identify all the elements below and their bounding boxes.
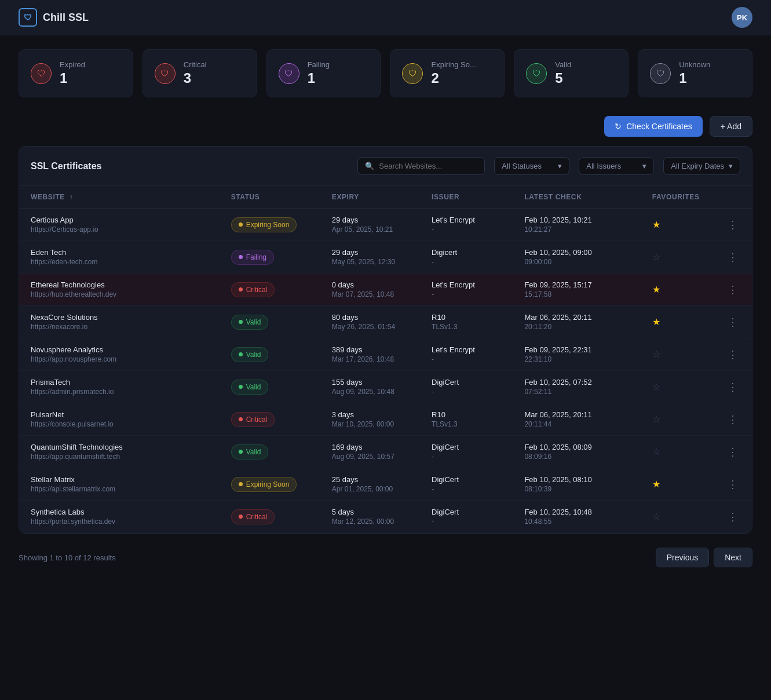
row-menu-button[interactable]: ⋮	[725, 380, 740, 395]
expiry-filter[interactable]: All Expiry Dates ▾	[663, 157, 740, 175]
status-dot	[239, 255, 243, 259]
unknown-value: 1	[679, 70, 710, 86]
stat-card-failing[interactable]: 🛡 Failing 1	[266, 49, 381, 97]
website-name: QuantumShift Technologies	[31, 443, 208, 451]
latest-time: 09:00:00	[524, 258, 629, 266]
expiry-days: 389 days	[332, 345, 408, 354]
cell-menu: ⋮	[714, 306, 752, 338]
expiry-days: 169 days	[332, 443, 408, 451]
favourite-star-button[interactable]: ☆	[652, 446, 660, 457]
expiry-date: Mar 17, 2026, 10:48	[332, 355, 408, 363]
latest-time: 22:31:10	[524, 355, 629, 363]
critical-icon: 🛡	[155, 63, 176, 84]
chevron-down-icon: ▾	[558, 162, 562, 170]
search-input[interactable]	[379, 162, 477, 170]
favourite-star-button[interactable]: ★	[652, 284, 660, 295]
row-menu-button[interactable]: ⋮	[725, 282, 740, 297]
col-status: STATUS	[220, 186, 320, 209]
cell-latest-check: Feb 09, 2025, 22:31 22:31:10	[513, 338, 640, 371]
status-filter[interactable]: All Statuses ▾	[494, 157, 569, 175]
expiring-value: 2	[431, 70, 476, 86]
issuer-name: Let's Encrypt	[432, 280, 501, 289]
table-row: PulsarNet https://console.pulsarnet.io C…	[19, 403, 752, 436]
table-row: Novusphere Analytics https://app.novusph…	[19, 338, 752, 371]
website-name: PulsarNet	[31, 410, 208, 419]
cell-status: Expiring Soon	[220, 209, 320, 241]
add-button[interactable]: + Add	[710, 116, 752, 137]
favourite-star-button[interactable]: ☆	[652, 251, 660, 262]
status-badge: Valid	[231, 444, 269, 460]
latest-time: 20:11:44	[524, 420, 629, 428]
critical-label: Critical	[184, 60, 207, 69]
status-badge: Critical	[231, 509, 275, 524]
status-dot	[239, 352, 243, 356]
issuer-sub: TLSv1.3	[432, 420, 501, 428]
status-dot	[239, 482, 243, 486]
check-certificates-button[interactable]: ↻ Check Certificates	[604, 116, 703, 137]
expiring-info: Expiring So... 2	[431, 60, 476, 86]
issuer-sub: -	[432, 258, 501, 266]
expiry-date: Mar 07, 2025, 10:48	[332, 290, 408, 298]
favourite-star-button[interactable]: ☆	[652, 414, 660, 425]
favourite-star-button[interactable]: ☆	[652, 349, 660, 360]
stat-card-expiring[interactable]: 🛡 Expiring So... 2	[390, 49, 505, 97]
favourite-star-button[interactable]: ☆	[652, 511, 660, 522]
row-menu-button[interactable]: ⋮	[725, 509, 740, 524]
row-menu-button[interactable]: ⋮	[725, 477, 740, 492]
latest-date: Feb 10, 2025, 09:00	[524, 248, 629, 257]
cell-menu: ⋮	[714, 436, 752, 468]
col-actions	[714, 186, 752, 209]
stat-card-expired[interactable]: 🛡 Expired 1	[19, 49, 133, 97]
row-menu-button[interactable]: ⋮	[725, 444, 740, 460]
cell-issuer: DigiCert -	[420, 501, 513, 533]
row-menu-button[interactable]: ⋮	[725, 347, 740, 362]
favourite-star-button[interactable]: ★	[652, 316, 660, 327]
valid-value: 5	[555, 70, 571, 86]
cell-menu: ⋮	[714, 338, 752, 371]
status-badge: Critical	[231, 282, 275, 297]
cell-favourites: ★	[641, 468, 714, 501]
website-name: Novusphere Analytics	[31, 345, 208, 354]
issuer-sub: TLSv1.3	[432, 323, 501, 331]
favourite-star-button[interactable]: ☆	[652, 381, 660, 392]
row-menu-button[interactable]: ⋮	[725, 315, 740, 330]
search-icon: 🔍	[365, 162, 374, 170]
issuer-name: Let's Encrypt	[432, 216, 501, 224]
stat-card-valid[interactable]: 🛡 Valid 5	[514, 49, 629, 97]
avatar[interactable]: PK	[732, 7, 752, 28]
expiry-date: Mar 12, 2025, 00:00	[332, 517, 408, 526]
cell-issuer: Digicert -	[420, 241, 513, 274]
col-website[interactable]: WEBSITE ↑	[19, 186, 220, 209]
cell-status: Critical	[220, 274, 320, 306]
row-menu-button[interactable]: ⋮	[725, 217, 740, 232]
expiry-date: Aug 09, 2025, 10:57	[332, 453, 408, 461]
stat-card-critical[interactable]: 🛡 Critical 3	[142, 49, 257, 97]
cell-expiry: 169 days Aug 09, 2025, 10:57	[320, 436, 420, 468]
favourite-star-button[interactable]: ★	[652, 479, 660, 490]
status-filter-label: All Statuses	[502, 162, 542, 170]
cell-menu: ⋮	[714, 501, 752, 533]
website-name: Certicus App	[31, 216, 208, 224]
previous-button[interactable]: Previous	[656, 548, 709, 567]
expiry-days: 155 days	[332, 378, 408, 387]
next-button[interactable]: Next	[714, 548, 752, 567]
row-menu-button[interactable]: ⋮	[725, 250, 740, 265]
cell-expiry: 80 days May 26, 2025, 01:54	[320, 306, 420, 338]
website-url: https://app.novusphere.com	[31, 355, 208, 363]
favourite-star-button[interactable]: ★	[652, 219, 660, 230]
issuer-name: DigiCert	[432, 443, 501, 451]
cell-latest-check: Mar 06, 2025, 20:11 20:11:20	[513, 306, 640, 338]
col-favourites: FAVOURITES	[641, 186, 714, 209]
issuer-filter[interactable]: All Issuers ▾	[579, 157, 654, 175]
cell-expiry: 3 days Mar 10, 2025, 00:00	[320, 403, 420, 436]
table-title: SSL Certificates	[31, 161, 101, 172]
row-menu-button[interactable]: ⋮	[725, 412, 740, 427]
add-label: + Add	[721, 122, 741, 131]
expiry-days: 3 days	[332, 410, 408, 419]
search-box[interactable]: 🔍	[357, 157, 485, 175]
cell-menu: ⋮	[714, 241, 752, 274]
issuer-name: DigiCert	[432, 378, 501, 387]
stat-card-unknown[interactable]: 🛡 Unknown 1	[638, 49, 752, 97]
cell-expiry: 25 days Apr 01, 2025, 00:00	[320, 468, 420, 501]
table-row: Eden Tech https://eden-tech.com Failing …	[19, 241, 752, 274]
